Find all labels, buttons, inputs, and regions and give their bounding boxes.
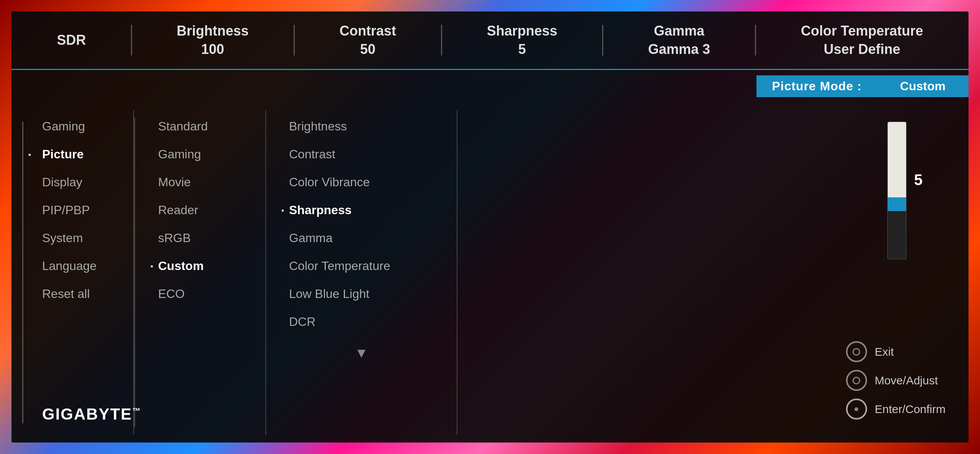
brightness-top-label: Brightness <box>177 23 249 39</box>
slider-value: 5 <box>914 171 923 189</box>
status-brightness: Brightness 100 <box>177 23 249 57</box>
divider-4 <box>602 25 603 55</box>
status-sharpness: Sharpness 5 <box>487 23 557 57</box>
submenu-gaming[interactable]: Gaming <box>150 146 250 163</box>
contrast-top-value: 50 <box>360 41 376 57</box>
picture-mode-label: Picture Mode : <box>756 75 877 97</box>
setting-brightness[interactable]: Brightness <box>281 118 441 135</box>
submenu-srgb[interactable]: sRGB <box>150 229 250 247</box>
setting-sharpness[interactable]: Sharpness <box>281 202 441 219</box>
setting-color-temperature[interactable]: Color Temperature <box>281 257 441 275</box>
menu-item-picture[interactable]: Picture <box>34 146 133 163</box>
sharpness-top-value: 5 <box>518 41 526 57</box>
submenu-column: Standard Gaming Movie Reader sRGB Custom… <box>135 110 265 435</box>
setting-color-vibrance[interactable]: Color Vibrance <box>281 174 441 191</box>
slider-area: 5 <box>887 122 923 259</box>
osd-container: SDR Brightness 100 Contrast 50 Sharpness… <box>11 11 969 443</box>
submenu-custom[interactable]: Custom <box>150 257 250 275</box>
menu-item-display[interactable]: Display <box>34 174 133 191</box>
submenu-eco[interactable]: ECO <box>150 285 250 303</box>
gamma-top-label: Gamma <box>654 23 704 39</box>
submenu-reader[interactable]: Reader <box>150 202 250 219</box>
controls-area: Exit Move/Adjust Enter/Confirm <box>846 341 946 420</box>
enter-confirm-control[interactable]: Enter/Confirm <box>846 399 946 420</box>
exit-icon <box>846 341 867 362</box>
menu-item-pip-pbp[interactable]: PIP/PBP <box>34 202 133 219</box>
menu-item-language[interactable]: Language <box>34 257 133 275</box>
submenu-standard[interactable]: Standard <box>150 118 250 135</box>
slider-fill-blue <box>888 197 906 211</box>
status-contrast: Contrast 50 <box>340 23 396 57</box>
menu-item-system[interactable]: System <box>34 229 133 247</box>
exit-icon-inner <box>853 348 860 356</box>
vertical-slider[interactable] <box>887 122 906 259</box>
move-adjust-icon-inner <box>853 377 860 384</box>
scroll-down-arrow: ▼ <box>281 345 441 361</box>
sharpness-top-label: Sharpness <box>487 23 557 39</box>
brightness-top-value: 100 <box>201 41 224 57</box>
divider-3 <box>441 25 442 55</box>
divider-1 <box>131 25 132 55</box>
exit-label: Exit <box>875 345 894 358</box>
setting-gamma[interactable]: Gamma <box>281 229 441 247</box>
move-adjust-icon <box>846 370 867 391</box>
picture-mode-value: Custom <box>877 75 969 97</box>
setting-contrast[interactable]: Contrast <box>281 146 441 163</box>
brand-name: GIGABYTE™ <box>42 405 141 423</box>
divider-5 <box>755 25 756 55</box>
sdr-label: SDR <box>57 32 86 48</box>
color-temp-top-label: Color Temperature <box>801 23 923 39</box>
enter-confirm-icon <box>846 399 867 420</box>
move-adjust-label: Move/Adjust <box>875 374 938 387</box>
submenu-movie[interactable]: Movie <box>150 174 250 191</box>
picture-mode-bar: Picture Mode : Custom <box>11 70 969 103</box>
status-color-temp: Color Temperature User Define <box>801 23 923 57</box>
gamma-top-value: Gamma 3 <box>648 41 710 57</box>
setting-low-blue-light[interactable]: Low Blue Light <box>281 285 441 303</box>
slider-column: 5 Exit Move/Adjust <box>457 110 969 435</box>
slider-fill-top <box>888 122 906 197</box>
settings-column: Brightness Contrast Color Vibrance Sharp… <box>265 110 457 435</box>
status-sdr: SDR <box>57 32 86 48</box>
left-menu: Gaming Picture Display PIP/PBP System La… <box>11 110 134 435</box>
status-gamma: Gamma Gamma 3 <box>648 23 710 57</box>
move-adjust-control[interactable]: Move/Adjust <box>846 370 946 391</box>
top-status-bar: SDR Brightness 100 Contrast 50 Sharpness… <box>11 11 969 70</box>
divider-2 <box>294 25 295 55</box>
enter-confirm-icon-dot <box>854 407 858 411</box>
color-temp-top-value: User Define <box>824 41 900 57</box>
menu-item-gaming[interactable]: Gaming <box>34 118 133 135</box>
main-content: Gaming Picture Display PIP/PBP System La… <box>11 103 969 443</box>
setting-dcr[interactable]: DCR <box>281 313 441 330</box>
contrast-top-label: Contrast <box>340 23 396 39</box>
exit-control[interactable]: Exit <box>846 341 946 362</box>
enter-confirm-label: Enter/Confirm <box>875 403 946 416</box>
menu-item-reset-all[interactable]: Reset all <box>34 285 133 303</box>
